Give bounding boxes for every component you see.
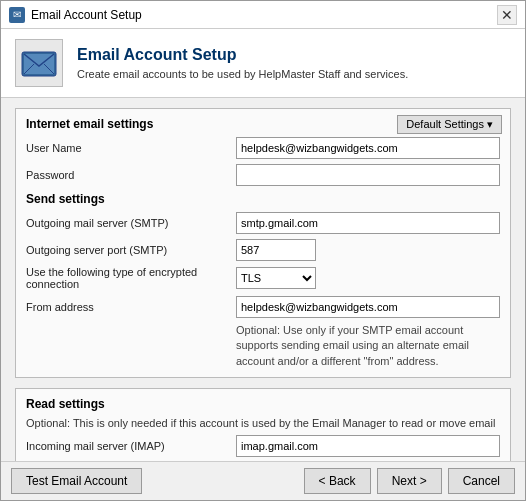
close-button[interactable]: ✕ [497, 5, 517, 25]
read-settings-title: Read settings [26, 397, 500, 411]
incoming-server-label: Incoming mail server (IMAP) [26, 440, 236, 452]
password-row: Password [26, 164, 500, 186]
from-address-label: From address [26, 301, 236, 313]
header-title: Email Account Setup [77, 46, 408, 64]
password-label: Password [26, 169, 236, 181]
outgoing-port-label: Outgoing server port (SMTP) [26, 244, 236, 256]
test-email-button[interactable]: Test Email Account [11, 468, 142, 494]
titlebar-left: ✉ Email Account Setup [9, 7, 142, 23]
footer-right: < Back Next > Cancel [304, 468, 515, 494]
default-settings-button[interactable]: Default Settings ▾ [397, 115, 502, 134]
internet-settings-section: Internet email settings Default Settings… [15, 108, 511, 378]
from-optional-note: Optional: Use only if your SMTP email ac… [236, 323, 500, 369]
window: ✉ Email Account Setup ✕ Email Account Se… [0, 0, 526, 501]
titlebar-title: Email Account Setup [31, 8, 142, 22]
next-button[interactable]: Next > [377, 468, 442, 494]
outgoing-server-input[interactable] [236, 212, 500, 234]
outgoing-port-input[interactable] [236, 239, 316, 261]
incoming-server-input[interactable] [236, 435, 500, 457]
titlebar: ✉ Email Account Setup ✕ [1, 1, 525, 29]
username-input[interactable] [236, 137, 500, 159]
read-optional-note: Optional: This is only needed if this ac… [26, 417, 500, 429]
content-area: Internet email settings Default Settings… [1, 98, 525, 461]
username-label: User Name [26, 142, 236, 154]
send-settings-title: Send settings [26, 192, 500, 206]
from-address-row: From address [26, 296, 500, 318]
from-address-input[interactable] [236, 296, 500, 318]
incoming-server-row: Incoming mail server (IMAP) [26, 435, 500, 457]
read-settings-section: Read settings Optional: This is only nee… [15, 388, 511, 461]
password-input[interactable] [236, 164, 500, 186]
username-row: User Name [26, 137, 500, 159]
header-subtitle: Create email accounts to be used by Help… [77, 68, 408, 80]
send-encryption-row: Use the following type of encrypted conn… [26, 266, 500, 290]
outgoing-server-label: Outgoing mail server (SMTP) [26, 217, 236, 229]
cancel-button[interactable]: Cancel [448, 468, 515, 494]
email-icon: ✉ [9, 7, 25, 23]
send-encryption-label: Use the following type of encrypted conn… [26, 266, 236, 290]
footer-left: Test Email Account [11, 468, 142, 494]
header-banner: Email Account Setup Create email account… [1, 29, 525, 98]
footer: Test Email Account < Back Next > Cancel [1, 461, 525, 500]
header-icon [15, 39, 63, 87]
outgoing-server-row: Outgoing mail server (SMTP) [26, 212, 500, 234]
envelope-icon [20, 44, 58, 82]
send-encryption-select[interactable]: TLS None SSL STARTTLS [236, 267, 316, 289]
header-text: Email Account Setup Create email account… [77, 46, 408, 80]
back-button[interactable]: < Back [304, 468, 371, 494]
outgoing-port-row: Outgoing server port (SMTP) [26, 239, 500, 261]
